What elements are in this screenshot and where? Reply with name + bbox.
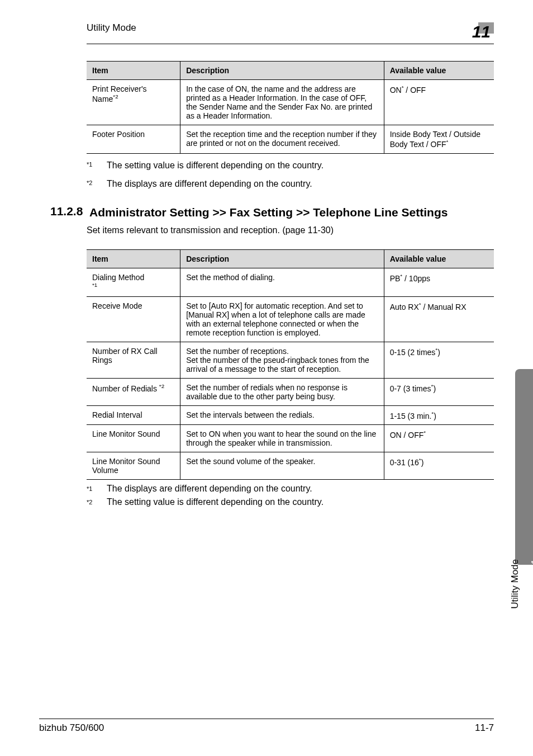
footer-model: bizhub 750/600 [39, 722, 104, 734]
cell-desc: Set the number of redials when no respon… [180, 378, 384, 405]
cell-value: ON* / OFF [384, 80, 494, 125]
cell-desc: Set the intervals between the redials. [180, 405, 384, 425]
table2-header-item: Item [87, 250, 180, 268]
cell-item: Line Monitor Sound Volume [87, 452, 180, 480]
cell-value: 1-15 (3 min.*) [384, 405, 494, 425]
cell-value: 0-15 (2 times*) [384, 342, 494, 378]
section-title: Utility Mode [87, 22, 136, 34]
cell-desc: In the case of ON, the name and the addr… [180, 80, 384, 125]
side-section-label: Utility Mode [510, 559, 521, 609]
table-row: Number of Redials *2 Set the number of r… [87, 378, 494, 405]
table-row: Dialing Method*1 Set the method of diali… [87, 268, 494, 297]
table1-header-item: Item [87, 62, 180, 80]
heading-number: 11.2.8 [50, 205, 84, 220]
chapter-badge: 11 [469, 22, 494, 41]
cell-desc: Set the reception time and the reception… [180, 125, 384, 154]
table-row: Line Monitor Sound Set to ON when you wa… [87, 425, 494, 452]
settings-table-1: Item Description Available value Print R… [87, 61, 494, 154]
cell-item: Line Monitor Sound [87, 425, 180, 452]
footnotes-1: *1 The setting value is different depend… [87, 156, 494, 193]
table1-header-desc: Description [180, 62, 384, 80]
cell-desc: Set to ON when you want to hear the soun… [180, 425, 384, 452]
table-row: Number of RX Call Rings Set the number o… [87, 342, 494, 378]
page-footer: bizhub 750/600 11-7 [39, 719, 494, 734]
table-row: Receive Mode Set to [Auto RX] for automa… [87, 296, 494, 342]
cell-item: Print Receiver's Name*2 [87, 80, 180, 125]
cell-desc: Set to [Auto RX] for automatic reception… [180, 296, 384, 342]
cell-value: Inside Body Text / Outside Body Text / O… [384, 125, 494, 154]
cell-item: Receive Mode [87, 296, 180, 342]
footer-page-number: 11-7 [475, 722, 494, 734]
table-row: Redial Interval Set the intervals betwee… [87, 405, 494, 425]
cell-value: Auto RX* / Manual RX [384, 296, 494, 342]
table-row: Line Monitor Sound Volume Set the sound … [87, 452, 494, 480]
cell-item: Dialing Method*1 [87, 268, 180, 297]
page-header: Utility Mode 11 [87, 22, 494, 44]
cell-item: Number of Redials *2 [87, 378, 180, 405]
footnote: *1 The displays are different depending … [87, 482, 494, 495]
cell-desc: Set the method of dialing. [180, 268, 384, 297]
table2-header-value: Available value [384, 250, 494, 268]
footnote: *2 The displays are different depending … [87, 174, 494, 193]
table-row: Print Receiver's Name*2 In the case of O… [87, 80, 494, 125]
footnote: *2 The setting value is different depend… [87, 495, 494, 509]
cell-value: ON / OFF* [384, 425, 494, 452]
cell-item: Number of RX Call Rings [87, 342, 180, 378]
table-row: Footer Position Set the reception time a… [87, 125, 494, 154]
cell-desc: Set the number of receptions. Set the nu… [180, 342, 384, 378]
section-heading: 11.2.8 Administrator Setting >> Fax Sett… [87, 205, 494, 220]
table1-header-value: Available value [384, 62, 494, 80]
cell-value: PB* / 10pps [384, 268, 494, 297]
footnotes-2: *1 The displays are different depending … [87, 482, 494, 509]
cell-item: Footer Position [87, 125, 180, 154]
settings-table-2: Item Description Available value Dialing… [87, 249, 494, 480]
body-paragraph: Set items relevant to transmission and r… [87, 225, 494, 235]
heading-text: Administrator Setting >> Fax Setting >> … [89, 205, 448, 220]
table2-header-desc: Description [180, 250, 384, 268]
cell-desc: Set the sound volume of the speaker. [180, 452, 384, 480]
footnote: *1 The setting value is different depend… [87, 156, 494, 175]
cell-value: 0-7 (3 times*) [384, 378, 494, 405]
cell-item: Redial Interval [87, 405, 180, 425]
cell-value: 0-31 (16*) [384, 452, 494, 480]
side-tab [515, 369, 533, 565]
side-chapter-label: Chapter 11 [530, 559, 533, 606]
